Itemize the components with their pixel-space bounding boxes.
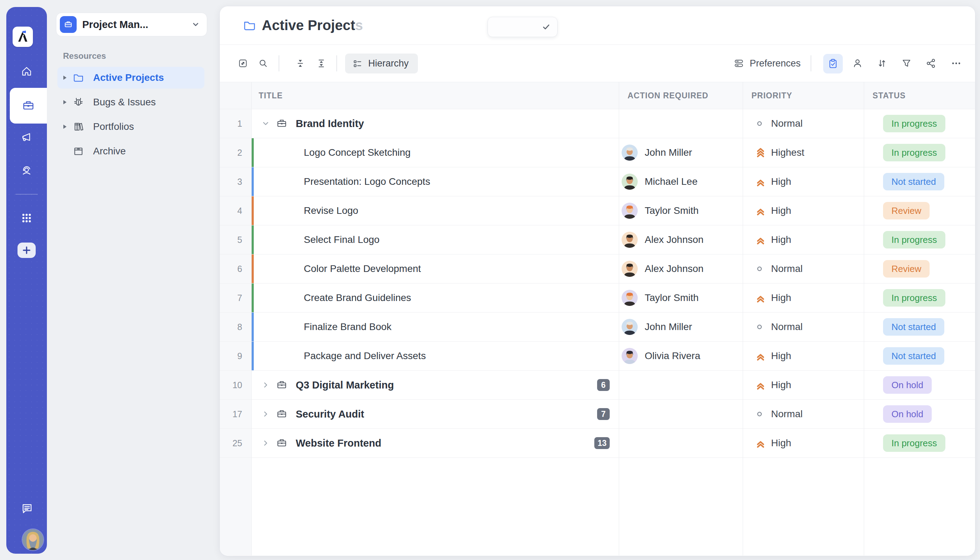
table-row[interactable]: 8 Finalize Brand Book John Miller	[220, 313, 975, 342]
status-cell[interactable]: In progress	[864, 109, 975, 138]
status-cell[interactable]: Not started	[864, 342, 975, 370]
title-cell[interactable]: Select Final Logo	[251, 225, 619, 254]
title-cell[interactable]: Security Audit 7	[251, 400, 619, 428]
table-row[interactable]: 7 Create Brand Guidelines Taylor Smith	[220, 283, 975, 313]
expand-triangle-icon[interactable]	[62, 124, 68, 130]
assignee-cell[interactable]	[619, 400, 743, 428]
user-avatar[interactable]	[22, 529, 43, 550]
feedback-chat-button[interactable]	[6, 498, 47, 519]
assignee-cell[interactable]: Alex Johnson	[619, 255, 743, 283]
page-title[interactable]: Active Projects	[262, 18, 363, 33]
table-row[interactable]: 17 Security Audit 7	[220, 400, 975, 429]
status-badge[interactable]: Review	[883, 260, 930, 278]
status-badge[interactable]: Not started	[883, 347, 944, 365]
status-badge[interactable]: Not started	[883, 318, 944, 336]
table-row[interactable]: 4 Revise Logo Taylor Smith	[220, 197, 975, 225]
table-row[interactable]: 2 Logo Concept Sketching John Miller	[220, 138, 975, 167]
title-cell[interactable]: Finalize Brand Book	[251, 313, 619, 341]
status-badge[interactable]: In progress	[883, 231, 945, 248]
status-cell[interactable]: In progress	[864, 138, 975, 167]
status-badge[interactable]: On hold	[883, 376, 932, 394]
status-badge[interactable]: Not started	[883, 173, 944, 190]
priority-cell[interactable]: Normal	[743, 255, 864, 283]
status-cell[interactable]: On hold	[864, 371, 975, 399]
assignee-cell[interactable]: Alex Johnson	[619, 225, 743, 254]
priority-cell[interactable]: High	[743, 429, 864, 457]
status-badge[interactable]: Review	[883, 202, 930, 220]
expand-triangle-icon[interactable]	[62, 99, 68, 105]
title-edit-confirm-popover[interactable]	[488, 17, 558, 37]
priority-cell[interactable]: High	[743, 371, 864, 399]
status-cell[interactable]: In progress	[864, 429, 975, 457]
table-row[interactable]: 25 Website Frontend 13	[220, 429, 975, 458]
title-cell[interactable]: Create Brand Guidelines	[251, 283, 619, 312]
priority-cell[interactable]: High	[743, 197, 864, 225]
row-expand-toggle[interactable]	[261, 118, 271, 128]
workspace-selector[interactable]: Project Man...	[56, 13, 207, 37]
assignee-cell[interactable]: Taylor Smith	[619, 283, 743, 312]
priority-cell[interactable]: Normal	[743, 313, 864, 341]
collapse-all-button[interactable]	[291, 54, 310, 73]
sidebar-item-archive[interactable]: Archive	[57, 140, 204, 162]
assignee-cell[interactable]: Taylor Smith	[619, 197, 743, 225]
priority-cell[interactable]: High	[743, 167, 864, 196]
status-cell[interactable]: Not started	[864, 313, 975, 341]
priority-cell[interactable]: Normal	[743, 109, 864, 138]
title-cell[interactable]: Color Palette Development	[251, 255, 619, 283]
expand-all-button[interactable]	[312, 54, 331, 73]
column-header-priority[interactable]: PRIORITY	[752, 91, 792, 100]
share-button[interactable]	[922, 54, 940, 73]
status-badge[interactable]: In progress	[883, 434, 945, 452]
title-cell[interactable]: Website Frontend 13	[251, 429, 619, 457]
assignee-cell[interactable]	[619, 429, 743, 457]
priority-cell[interactable]: Normal	[743, 400, 864, 428]
table-row[interactable]: 3 Presentation: Logo Concepts Michael Le…	[220, 167, 975, 197]
row-expand-toggle[interactable]	[261, 380, 271, 390]
priority-cell[interactable]: Highest	[743, 138, 864, 167]
title-cell[interactable]: Logo Concept Sketching	[251, 138, 619, 167]
sort-button[interactable]	[873, 54, 892, 73]
status-cell[interactable]: In progress	[864, 283, 975, 312]
expand-view-button[interactable]	[233, 54, 252, 73]
title-cell[interactable]: Presentation: Logo Concepts	[251, 167, 619, 196]
tasks-view-button-active[interactable]	[823, 54, 843, 73]
home-nav-button[interactable]	[6, 61, 47, 82]
status-cell[interactable]: In progress	[864, 225, 975, 254]
preferences-button[interactable]: Preferences	[733, 54, 801, 73]
sidebar-item-bugs-issues[interactable]: Bugs & Issues	[57, 92, 204, 113]
check-icon[interactable]	[540, 22, 552, 33]
sidebar-item-active-projects[interactable]: Active Projects	[57, 67, 204, 88]
assignee-cell[interactable]: Olivia Rivera	[619, 342, 743, 370]
table-row[interactable]: 1 Brand Identity	[220, 109, 975, 138]
status-badge[interactable]: In progress	[883, 115, 945, 132]
app-logo[interactable]	[13, 27, 33, 47]
status-cell[interactable]: Not started	[864, 167, 975, 196]
status-cell[interactable]: Review	[864, 255, 975, 283]
column-header-status[interactable]: STATUS	[873, 91, 906, 100]
announcements-nav-button[interactable]	[6, 127, 47, 148]
apps-grid-button[interactable]	[6, 208, 47, 228]
status-cell[interactable]: On hold	[864, 400, 975, 428]
status-cell[interactable]: Review	[864, 197, 975, 225]
column-header-action-required[interactable]: ACTION REQUIRED	[628, 91, 708, 100]
more-options-button[interactable]	[947, 54, 966, 73]
row-expand-toggle[interactable]	[261, 438, 271, 448]
sidebar-item-portfolios[interactable]: Portfolios	[57, 116, 204, 138]
table-row[interactable]: 9 Package and Deliver Assets Olivia Rive…	[220, 342, 975, 371]
title-cell[interactable]: Brand Identity	[251, 109, 619, 138]
support-nav-button[interactable]	[6, 160, 47, 181]
expand-triangle-icon[interactable]	[62, 75, 68, 80]
table-row[interactable]: 6 Color Palette Development Alex Johnson	[220, 255, 975, 283]
assignee-cell[interactable]	[619, 371, 743, 399]
status-badge[interactable]: In progress	[883, 144, 945, 162]
search-button[interactable]	[254, 54, 273, 73]
assignee-cell[interactable]	[619, 109, 743, 138]
projects-nav-button-selected[interactable]	[10, 88, 47, 123]
status-badge[interactable]: In progress	[883, 289, 945, 307]
column-header-title[interactable]: TITLE	[258, 91, 283, 100]
status-badge[interactable]: On hold	[883, 405, 932, 423]
filter-button[interactable]	[897, 54, 916, 73]
table-row[interactable]: 10 Q3 Digital Marketing 6	[220, 371, 975, 400]
assignee-cell[interactable]: John Miller	[619, 138, 743, 167]
title-cell[interactable]: Q3 Digital Marketing 6	[251, 371, 619, 399]
